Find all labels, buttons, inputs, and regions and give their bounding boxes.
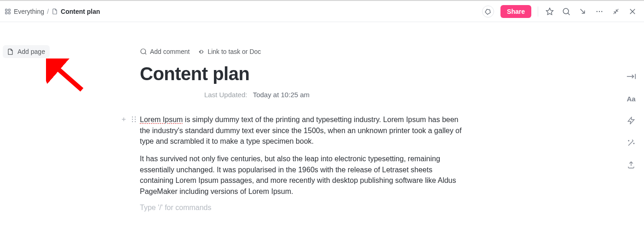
svg-marker-26	[628, 117, 634, 124]
topbar: Everything / Content plan Share	[0, 1, 644, 22]
svg-point-18	[132, 117, 133, 117]
paragraph[interactable]: Lorem Ipsum is simply dummy text of the …	[140, 114, 462, 147]
magic-wand-icon[interactable]	[626, 137, 637, 148]
page-title[interactable]: Content plan	[124, 64, 474, 84]
typography-button[interactable]: Aa	[626, 93, 637, 104]
document-area: Add comment Link to task or Doc Content …	[124, 23, 474, 212]
link-to-task-button[interactable]: Link to task or Doc	[198, 48, 261, 55]
spellcheck-word: Lorem Ipsum	[140, 116, 183, 123]
link-to-task-label: Link to task or Doc	[207, 48, 261, 55]
svg-marker-4	[546, 8, 553, 14]
export-icon[interactable]	[626, 159, 637, 170]
svg-point-28	[633, 143, 634, 144]
last-updated-label: Last Updated:	[204, 91, 247, 99]
command-placeholder[interactable]: Type '/' for commands	[124, 204, 474, 212]
ai-bolt-icon[interactable]	[626, 115, 637, 126]
svg-point-22	[132, 121, 133, 122]
annotation-arrow-icon	[46, 58, 87, 95]
add-page-button[interactable]: Add page	[3, 45, 50, 58]
share-button[interactable]: Share	[500, 5, 531, 18]
svg-point-23	[135, 121, 136, 122]
text-block[interactable]: Lorem Ipsum is simply dummy text of the …	[124, 114, 474, 197]
breadcrumb-separator: /	[47, 8, 49, 15]
favorite-icon[interactable]	[545, 6, 555, 17]
svg-point-21	[135, 119, 136, 120]
svg-line-15	[145, 53, 146, 54]
svg-point-8	[599, 11, 600, 12]
add-comment-button[interactable]: Add comment	[140, 48, 190, 55]
svg-point-19	[135, 117, 136, 117]
svg-line-13	[52, 64, 82, 90]
breadcrumb-current-label: Content plan	[61, 8, 100, 15]
svg-rect-0	[6, 9, 7, 11]
drag-handle-icon[interactable]	[130, 115, 138, 123]
paragraph[interactable]: It has survived not only five centuries,…	[140, 153, 462, 197]
comment-icon	[140, 48, 147, 55]
tag-icon-btn[interactable]	[482, 6, 494, 18]
doc-actions: Add comment Link to task or Doc	[124, 48, 474, 55]
indent-icon[interactable]	[626, 71, 637, 82]
svg-rect-1	[8, 9, 10, 11]
search-icon[interactable]	[561, 6, 571, 17]
left-rail: Add page	[0, 23, 55, 58]
add-block-icon[interactable]	[120, 115, 128, 123]
add-page-label: Add page	[17, 48, 45, 55]
breadcrumb-root[interactable]: Everything	[5, 8, 44, 15]
svg-rect-3	[8, 12, 10, 14]
link-icon	[198, 48, 205, 55]
document-icon	[52, 8, 58, 15]
add-comment-label: Add comment	[150, 48, 190, 55]
svg-rect-2	[6, 12, 7, 14]
breadcrumb-root-label: Everything	[14, 8, 44, 15]
more-icon[interactable]	[594, 6, 604, 17]
svg-point-5	[563, 8, 569, 14]
svg-point-14	[141, 49, 146, 54]
breadcrumb-current[interactable]: Content plan	[52, 8, 100, 15]
collapse-icon[interactable]	[611, 6, 621, 17]
svg-point-27	[628, 140, 629, 141]
svg-line-6	[568, 13, 569, 15]
close-icon[interactable]	[627, 6, 638, 17]
download-icon[interactable]	[578, 6, 588, 17]
topbar-right: Share	[482, 5, 638, 18]
svg-point-9	[601, 11, 602, 12]
separator	[538, 6, 538, 17]
breadcrumb: Everything / Content plan	[5, 8, 100, 15]
add-page-icon	[7, 48, 14, 55]
svg-point-20	[132, 119, 133, 120]
block-controls	[120, 115, 138, 123]
last-updated: Last Updated: Today at 10:25 am	[124, 91, 474, 99]
last-updated-value: Today at 10:25 am	[253, 91, 310, 99]
right-rail: Aa	[618, 23, 644, 170]
grid-icon	[5, 8, 11, 15]
svg-point-7	[597, 11, 598, 12]
